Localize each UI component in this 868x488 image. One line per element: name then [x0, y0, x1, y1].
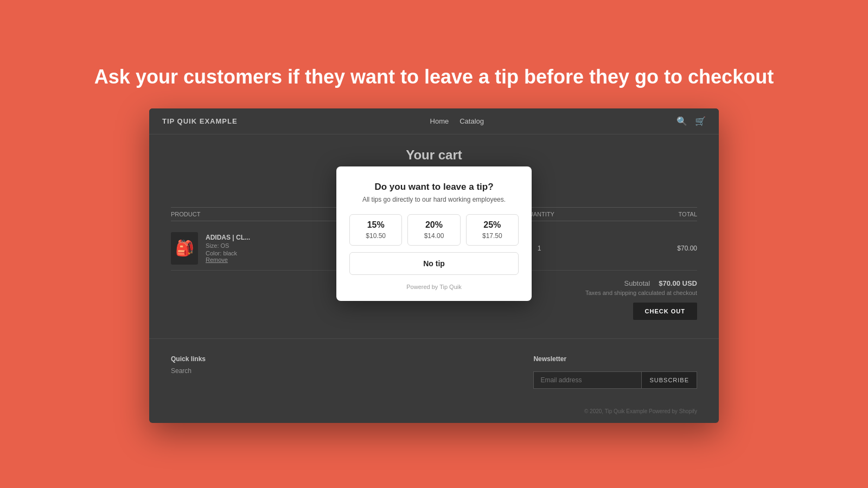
store-nav: TIP QUIK EXAMPLE Home Catalog 🔍 🛒 — [149, 108, 719, 134]
nav-icons: 🔍 🛒 — [676, 116, 706, 126]
email-input[interactable] — [533, 371, 642, 389]
store-footer: Quick links Search Newsletter SUBSCRIBE — [149, 338, 719, 400]
cart-icon[interactable]: 🛒 — [695, 116, 706, 126]
copyright: © 2020, Tip Quik Example Powered by Shop… — [149, 408, 719, 423]
tip-option-25[interactable]: 25% $17.50 — [466, 214, 519, 246]
subscribe-button[interactable]: SUBSCRIBE — [642, 371, 697, 389]
no-tip-button[interactable]: No tip — [349, 252, 519, 275]
search-footer-link[interactable]: Search — [171, 367, 206, 375]
nav-links: Home Catalog — [430, 117, 484, 125]
tip-modal: Do you want to leave a tip? All tips go … — [336, 166, 532, 301]
tip-pct-20: 20% — [425, 220, 443, 230]
tip-pct-15: 15% — [367, 220, 385, 230]
tip-amt-15: $10.50 — [366, 232, 386, 240]
search-icon[interactable]: 🔍 — [676, 116, 687, 126]
tip-option-20[interactable]: 20% $14.00 — [407, 214, 460, 246]
footer-quick-links: Quick links Search — [171, 355, 206, 389]
powered-by: Powered by Tip Quik — [349, 284, 519, 290]
modal-subtitle: All tips go directly to our hard working… — [349, 196, 519, 203]
tip-amt-25: $17.50 — [482, 232, 502, 240]
store-body: Your cart Continue shopping ← Cancel PRO… — [149, 134, 719, 333]
modal-title: Do you want to leave a tip? — [349, 182, 519, 192]
tip-option-15[interactable]: 15% $10.50 — [349, 214, 402, 246]
page-headline: Ask your customers if they want to leave… — [62, 65, 806, 88]
email-row: SUBSCRIBE — [533, 371, 697, 389]
footer-newsletter: Newsletter SUBSCRIBE — [533, 355, 697, 389]
modal-overlay: Do you want to leave a tip? All tips go … — [149, 134, 719, 333]
tip-options: 15% $10.50 20% $14.00 25% $17.50 — [349, 214, 519, 246]
nav-link-home[interactable]: Home — [430, 117, 449, 125]
newsletter-title: Newsletter — [533, 355, 697, 363]
nav-link-catalog[interactable]: Catalog — [459, 117, 484, 125]
tip-amt-20: $14.00 — [424, 232, 444, 240]
tip-pct-25: 25% — [483, 220, 501, 230]
store-brand: TIP QUIK EXAMPLE — [162, 117, 238, 125]
quick-links-title: Quick links — [171, 355, 206, 363]
browser-window: TIP QUIK EXAMPLE Home Catalog 🔍 🛒 Your c… — [149, 108, 719, 423]
